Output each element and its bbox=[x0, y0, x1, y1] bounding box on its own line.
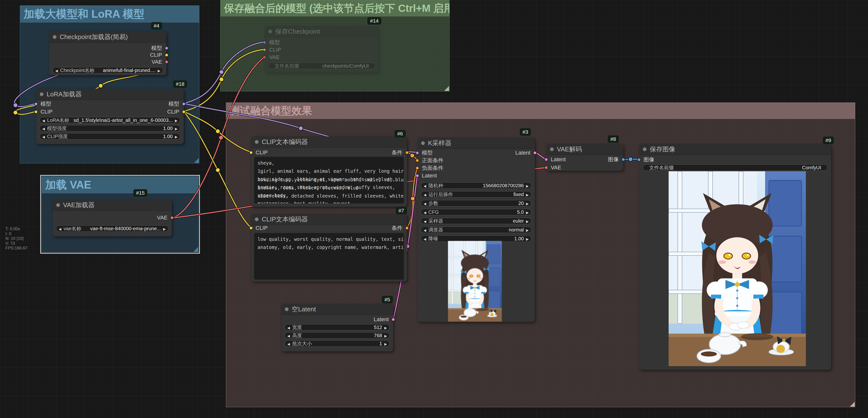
output-port-clip[interactable] bbox=[182, 110, 186, 114]
prev-arrow-icon[interactable] bbox=[42, 117, 45, 123]
collapse-dot-icon[interactable] bbox=[643, 147, 647, 151]
node-title-bar[interactable]: LoRA加载器 bbox=[36, 89, 184, 100]
filename-prefix-widget[interactable]: 文件名前缀 ComfyUI bbox=[643, 165, 828, 171]
input-port-model[interactable] bbox=[34, 102, 38, 106]
node-empty-latent[interactable]: #5 空Latent Latent 宽度 512 高度 768 批次大小 1 bbox=[281, 304, 393, 351]
node-title-bar[interactable]: 保存Checkpoint bbox=[265, 26, 379, 37]
node-vae-loader[interactable]: #15 VAE加载器 VAE vae名称 vae-ft-mse-840000-e… bbox=[53, 200, 172, 236]
collapse-dot-icon[interactable] bbox=[53, 35, 57, 39]
node-title-bar[interactable]: Checkpoint加载器(简易) bbox=[49, 31, 166, 43]
input-port-latent[interactable] bbox=[415, 174, 419, 177]
next-arrow-icon[interactable] bbox=[526, 183, 529, 188]
steps-widget[interactable]: 步数 20 bbox=[421, 200, 531, 206]
prev-arrow-icon[interactable] bbox=[287, 333, 290, 338]
node-save-checkpoint[interactable]: 保存Checkpoint 模型 CLIP VAE 文件名前缀 checkpoin… bbox=[265, 26, 379, 73]
next-arrow-icon[interactable] bbox=[158, 67, 160, 73]
collapse-dot-icon[interactable] bbox=[268, 30, 272, 33]
output-port-latent[interactable] bbox=[533, 151, 537, 155]
collapse-dot-icon[interactable] bbox=[550, 147, 554, 151]
next-arrow-icon[interactable] bbox=[526, 201, 529, 206]
node-lora-loader[interactable]: #18 LoRA加载器 模型 模型 CLIP CLIP LoRA名称 sd_1.… bbox=[36, 89, 184, 144]
negative-prompt-textarea[interactable]: low quality, worst quality, normal quali… bbox=[254, 233, 404, 280]
checkpoint-name-widget[interactable]: Checkpoint名称 animefull-final-pruned.... bbox=[53, 67, 163, 73]
input-port-positive[interactable] bbox=[415, 159, 419, 162]
output-port-vae[interactable] bbox=[165, 60, 168, 64]
output-port-conditioning[interactable] bbox=[405, 151, 409, 155]
next-arrow-icon[interactable] bbox=[526, 192, 529, 197]
next-arrow-icon[interactable] bbox=[526, 209, 529, 215]
collapse-dot-icon[interactable] bbox=[40, 92, 43, 96]
output-port-model[interactable] bbox=[165, 47, 168, 50]
input-port-vae[interactable] bbox=[263, 56, 267, 59]
sampler-widget[interactable]: 采样器 euler bbox=[421, 218, 531, 224]
output-port-vae[interactable] bbox=[170, 216, 174, 220]
prev-arrow-icon[interactable] bbox=[42, 126, 45, 131]
next-arrow-icon[interactable] bbox=[175, 126, 178, 131]
after-run-widget[interactable]: 运行后操作 fixed bbox=[421, 191, 531, 198]
next-arrow-icon[interactable] bbox=[526, 236, 529, 242]
collapse-dot-icon[interactable] bbox=[285, 307, 288, 311]
scheduler-widget[interactable]: 调度器 normal bbox=[421, 227, 531, 233]
node-clip-negative[interactable]: #7 CLIP文本编码器 CLIP 条件 low quality, worst … bbox=[251, 214, 407, 281]
prev-arrow-icon[interactable] bbox=[424, 192, 426, 197]
node-vae-decode[interactable]: #8 VAE解码 Latent 图像 VAE bbox=[546, 144, 623, 171]
node-title-bar[interactable]: 保存图像 bbox=[639, 144, 831, 155]
input-port-clip[interactable] bbox=[249, 151, 253, 155]
node-title-bar[interactable]: VAE加载器 bbox=[53, 200, 172, 211]
next-arrow-icon[interactable] bbox=[163, 226, 166, 232]
next-arrow-icon[interactable] bbox=[384, 333, 387, 338]
width-widget[interactable]: 宽度 512 bbox=[285, 324, 390, 330]
positive-prompt-textarea[interactable]: sheya, 1girl, animal ears, animal ear fl… bbox=[254, 157, 404, 204]
prev-arrow-icon[interactable] bbox=[424, 201, 426, 206]
node-ksampler[interactable]: #3 K采样器 模型 Latent 正面条件 负面条件 Latent 随机种 1… bbox=[417, 138, 535, 322]
prev-arrow-icon[interactable] bbox=[55, 67, 58, 73]
input-port-clip[interactable] bbox=[34, 110, 38, 114]
cfg-widget[interactable]: CFG 5.0 bbox=[421, 209, 531, 215]
prev-arrow-icon[interactable] bbox=[59, 226, 61, 232]
node-title-bar[interactable]: 空Latent bbox=[281, 304, 393, 315]
next-arrow-icon[interactable] bbox=[175, 134, 178, 139]
lora-name-widget[interactable]: LoRA名称 sd_1.5\style\nai1-artist_all_in_o… bbox=[39, 117, 180, 123]
input-port-clip[interactable] bbox=[249, 226, 253, 230]
input-port-model[interactable] bbox=[263, 41, 267, 44]
filename-prefix-widget[interactable]: 文件名前缀 checkpoints/ComfyUI bbox=[268, 63, 375, 69]
input-port-model[interactable] bbox=[415, 151, 419, 155]
collapse-dot-icon[interactable] bbox=[255, 140, 258, 144]
prev-arrow-icon[interactable] bbox=[42, 134, 45, 139]
prev-arrow-icon[interactable] bbox=[424, 183, 426, 188]
prev-arrow-icon[interactable] bbox=[287, 341, 290, 347]
vae-name-widget[interactable]: vae名称 vae-ft-mse-840000-ema-prune... bbox=[56, 225, 168, 232]
node-title-bar[interactable]: VAE解码 bbox=[546, 144, 623, 155]
node-checkpoint-loader[interactable]: #4 Checkpoint加载器(简易) 模型 CLIP VAE Checkpo… bbox=[49, 31, 166, 75]
input-port-latent[interactable] bbox=[545, 158, 548, 161]
next-arrow-icon[interactable] bbox=[384, 325, 387, 330]
batch-size-widget[interactable]: 批次大小 1 bbox=[285, 340, 390, 347]
collapse-dot-icon[interactable] bbox=[421, 141, 425, 145]
node-clip-positive[interactable]: #6 CLIP文本编码器 CLIP 条件 sheya, 1girl, anima… bbox=[251, 137, 407, 207]
input-port-image[interactable] bbox=[637, 158, 641, 162]
output-port-image[interactable] bbox=[621, 158, 625, 161]
next-arrow-icon[interactable] bbox=[384, 341, 387, 347]
prev-arrow-icon[interactable] bbox=[424, 227, 426, 233]
node-title-bar[interactable]: CLIP文本编码器 bbox=[251, 137, 407, 148]
prev-arrow-icon[interactable] bbox=[424, 218, 426, 224]
output-port-model[interactable] bbox=[182, 102, 186, 106]
prev-arrow-icon[interactable] bbox=[424, 236, 426, 242]
output-port-conditioning[interactable] bbox=[405, 226, 409, 230]
node-title-bar[interactable]: K采样器 bbox=[417, 138, 535, 149]
seed-widget[interactable]: 随机种 156680208700286 bbox=[421, 182, 531, 189]
input-port-clip[interactable] bbox=[263, 48, 267, 52]
prev-arrow-icon[interactable] bbox=[287, 325, 290, 330]
clip-strength-widget[interactable]: CLIP强度 1.00 bbox=[39, 133, 180, 140]
output-port-latent[interactable] bbox=[392, 318, 395, 322]
next-arrow-icon[interactable] bbox=[175, 117, 178, 123]
node-save-image[interactable]: #9 保存图像 图像 文件名前缀 ComfyUI bbox=[639, 144, 831, 370]
input-port-negative[interactable] bbox=[415, 166, 419, 170]
next-arrow-icon[interactable] bbox=[526, 227, 529, 233]
node-graph-canvas[interactable]: 加载大模型和 LoRA 模型 保存融合后的模型 (选中该节点后按下 Ctrl+M… bbox=[0, 0, 868, 418]
height-widget[interactable]: 高度 768 bbox=[285, 332, 390, 339]
model-strength-widget[interactable]: 模型强度 1.00 bbox=[39, 125, 180, 131]
next-arrow-icon[interactable] bbox=[526, 218, 529, 224]
collapse-dot-icon[interactable] bbox=[255, 217, 258, 221]
node-title-bar[interactable]: CLIP文本编码器 bbox=[251, 214, 407, 225]
